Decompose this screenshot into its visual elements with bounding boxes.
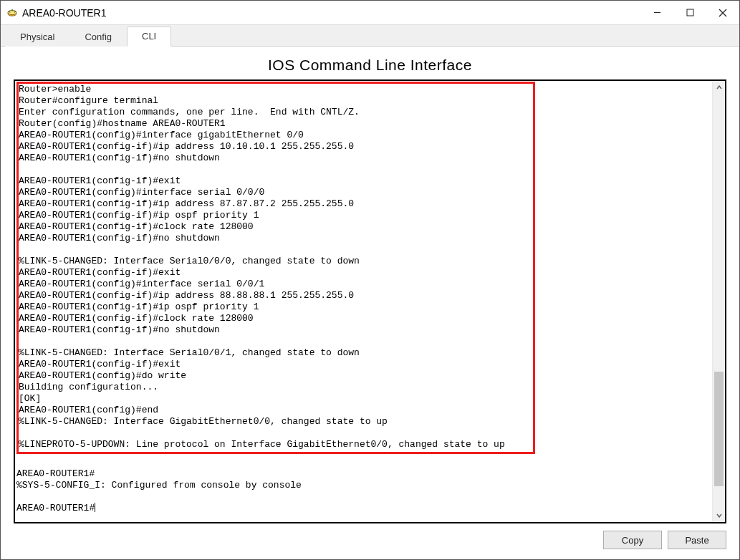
scroll-track[interactable] xyxy=(713,94,725,509)
highlighted-block: Router>enable Router#configure terminal … xyxy=(16,82,535,454)
router-icon xyxy=(6,7,18,19)
page-title: IOS Command Line Interface xyxy=(14,57,726,74)
terminal-output[interactable]: Router>enable Router#configure terminal … xyxy=(15,81,712,522)
app-window: AREA0-ROUTER1 Physical Config CLI IOS Co… xyxy=(0,0,740,560)
maximize-button[interactable] xyxy=(673,1,706,24)
cli-text-rest: AREA0-ROUTER1# %SYS-5-CONFIG_I: Configur… xyxy=(16,457,711,514)
close-button[interactable] xyxy=(706,1,739,24)
cli-text-highlighted: Router>enable Router#configure terminal … xyxy=(19,84,532,450)
scroll-down-icon[interactable] xyxy=(713,509,725,522)
minimize-button[interactable] xyxy=(640,1,673,24)
scroll-up-icon[interactable] xyxy=(713,81,725,94)
content-area: IOS Command Line Interface Router>enable… xyxy=(1,47,739,559)
scroll-thumb[interactable] xyxy=(714,372,724,486)
paste-button[interactable]: Paste xyxy=(668,531,726,549)
window-title: AREA0-ROUTER1 xyxy=(22,7,106,19)
tab-cli[interactable]: CLI xyxy=(127,26,171,47)
window-controls xyxy=(640,1,739,24)
copy-button[interactable]: Copy xyxy=(603,531,662,549)
terminal: Router>enable Router#configure terminal … xyxy=(14,79,726,523)
svg-rect-3 xyxy=(687,9,693,16)
tab-config[interactable]: Config xyxy=(69,27,127,47)
tab-physical[interactable]: Physical xyxy=(5,27,69,47)
titlebar: AREA0-ROUTER1 xyxy=(1,1,739,25)
tab-bar: Physical Config CLI xyxy=(1,25,739,47)
scrollbar[interactable] xyxy=(712,81,725,522)
button-row: Copy Paste xyxy=(14,531,726,549)
